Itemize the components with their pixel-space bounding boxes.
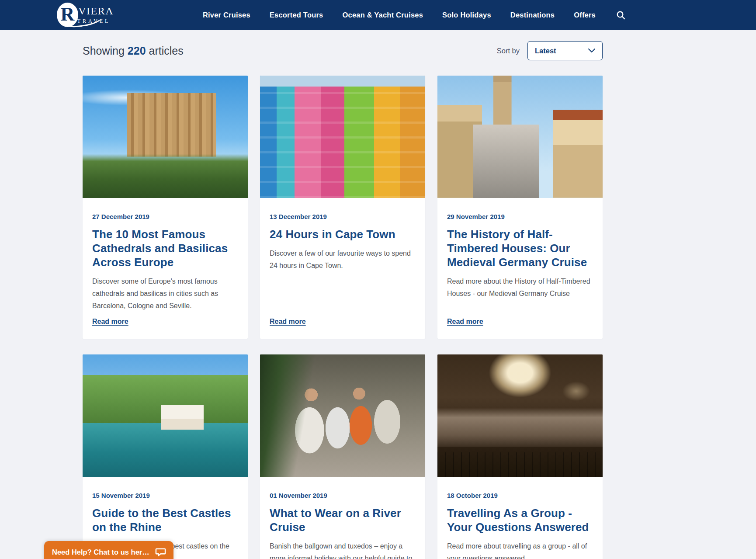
results-toolbar: Showing 220 articles Sort by Latest <box>83 40 603 61</box>
article-date: 15 November 2019 <box>92 492 238 499</box>
article-title: Guide to the Best Castles on the Rhine <box>92 506 238 534</box>
results-count-text: Showing 220 articles <box>83 45 184 57</box>
article-excerpt: Read more about travelling as a group - … <box>447 540 593 559</box>
article-title: The History of Half-Timbered Houses: Our… <box>447 227 593 269</box>
nav-item-ocean-yacht-cruises[interactable]: Ocean & Yacht Cruises <box>342 11 423 19</box>
article-body: 27 December 2019 The 10 Most Famous Cath… <box>83 198 248 339</box>
article-card[interactable]: 13 December 2019 24 Hours in Cape Town D… <box>260 76 425 339</box>
article-image-salt-mine-group <box>437 354 603 477</box>
article-date: 13 December 2019 <box>270 213 416 220</box>
nav-item-escorted-tours[interactable]: Escorted Tours <box>270 11 323 19</box>
search-icon <box>616 10 626 20</box>
article-excerpt: Read more about the History of Half-Timb… <box>447 275 593 300</box>
sort-control: Sort by Latest <box>497 41 603 60</box>
content-container: Showing 220 articles Sort by Latest 27 D <box>83 40 603 559</box>
site-header: R IVIERA TRAVEL River Cruises Escorted T… <box>0 0 756 30</box>
article-body: 18 October 2019 Travelling As a Group - … <box>437 477 603 559</box>
main-nav: River Cruises Escorted Tours Ocean & Yac… <box>203 10 626 20</box>
article-body: 29 November 2019 The History of Half-Tim… <box>437 198 603 339</box>
article-title: The 10 Most Famous Cathedrals and Basili… <box>92 227 238 269</box>
nav-item-solo-holidays[interactable]: Solo Holidays <box>442 11 491 19</box>
article-image-sagrada-familia <box>83 76 248 198</box>
showing-prefix: Showing <box>83 45 125 57</box>
article-title: Travelling As a Group - Your Questions A… <box>447 506 593 534</box>
chat-widget-label: Need Help? Chat to us her… <box>52 548 149 556</box>
article-card[interactable]: 01 November 2019 What to Wear on a River… <box>260 354 425 559</box>
article-grid: 27 December 2019 The 10 Most Famous Cath… <box>83 76 603 559</box>
article-title: What to Wear on a River Cruise <box>270 506 416 534</box>
chat-widget-button[interactable]: Need Help? Chat to us her… <box>44 541 173 559</box>
riviera-travel-logo[interactable]: R IVIERA TRAVEL <box>57 1 114 28</box>
search-button[interactable] <box>616 10 626 20</box>
nav-item-river-cruises[interactable]: River Cruises <box>203 11 250 19</box>
article-card[interactable]: 15 November 2019 Guide to the Best Castl… <box>83 354 248 559</box>
article-body: 01 November 2019 What to Wear on a River… <box>260 477 425 559</box>
article-card[interactable]: 18 October 2019 Travelling As a Group - … <box>437 354 603 559</box>
article-image-rhine-castle <box>83 354 248 477</box>
showing-suffix: articles <box>149 45 184 57</box>
article-date: 01 November 2019 <box>270 492 416 499</box>
article-date: 27 December 2019 <box>92 213 238 220</box>
article-date: 18 October 2019 <box>447 492 593 499</box>
sort-selected-value: Latest <box>535 47 556 55</box>
article-image-half-timbered-town <box>437 76 603 198</box>
read-more-link[interactable]: Read more <box>270 318 306 326</box>
sort-by-label: Sort by <box>497 47 520 55</box>
read-more-link[interactable]: Read more <box>92 318 128 326</box>
sort-dropdown[interactable]: Latest <box>527 41 603 60</box>
article-excerpt: Discover a few of our favourite ways to … <box>270 247 416 272</box>
nav-item-offers[interactable]: Offers <box>574 11 596 19</box>
nav-item-destinations[interactable]: Destinations <box>510 11 555 19</box>
article-date: 29 November 2019 <box>447 213 593 220</box>
article-body: 13 December 2019 24 Hours in Cape Town D… <box>260 198 425 339</box>
article-card[interactable]: 27 December 2019 The 10 Most Famous Cath… <box>83 76 248 339</box>
results-count: 220 <box>128 45 146 57</box>
chat-bubble-icon <box>155 547 166 557</box>
chevron-down-icon <box>588 49 595 53</box>
page: R IVIERA TRAVEL River Cruises Escorted T… <box>0 0 756 559</box>
article-title: 24 Hours in Cape Town <box>270 227 416 241</box>
article-excerpt: Discover some of Europe's most famous ca… <box>92 275 238 312</box>
article-image-street-group <box>260 354 425 477</box>
article-card[interactable]: 29 November 2019 The History of Half-Tim… <box>437 76 603 339</box>
read-more-link[interactable]: Read more <box>447 318 483 326</box>
article-excerpt: Banish the ballgown and tuxedos – enjoy … <box>270 540 416 559</box>
article-image-bokaap-houses <box>260 76 425 198</box>
